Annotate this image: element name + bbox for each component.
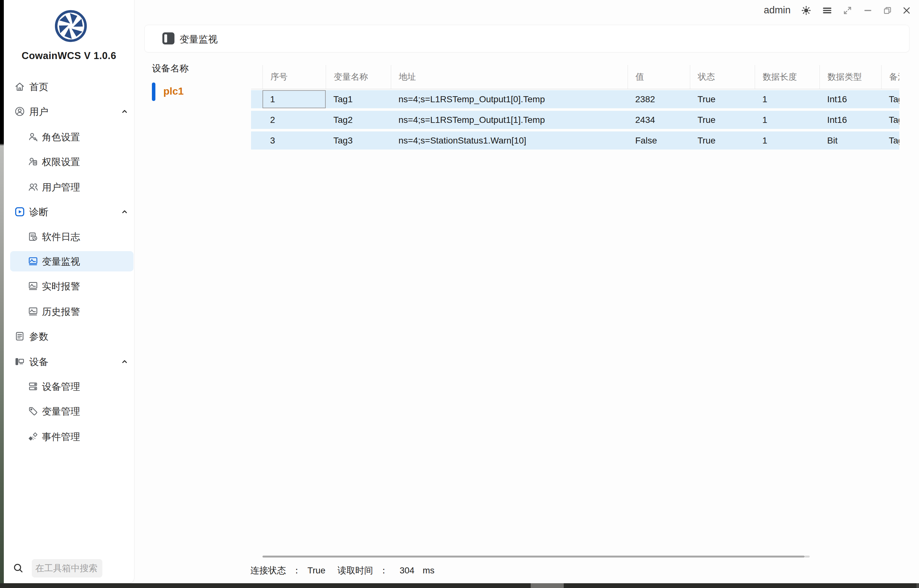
search-input[interactable]	[32, 559, 102, 578]
grid-body: 1 Tag1 ns=4;s=L1RSTemp_Output1[0].Temp 2…	[251, 90, 899, 150]
sidebar-item-device-management[interactable]: 设备管理	[10, 376, 133, 397]
sidebar-item-label: 实时报警	[42, 280, 80, 293]
sidebar-item-label: 变量管理	[42, 405, 80, 418]
grid-cell[interactable]: ns=4;s=L1RSTemp_Output1[0].Temp	[391, 90, 627, 108]
grid-header-address[interactable]: 地址	[391, 65, 627, 89]
close-icon[interactable]	[901, 5, 912, 16]
taskbar[interactable]	[0, 583, 919, 588]
row-header-strip[interactable]	[251, 111, 263, 129]
grid-cell[interactable]: 2382	[627, 90, 690, 108]
sidebar-item-label: 角色设置	[42, 131, 80, 144]
restore-window-icon[interactable]	[882, 5, 893, 16]
grid-cell[interactable]: True	[690, 111, 755, 129]
grid-header-remark[interactable]: 备注	[881, 65, 899, 89]
sidebar-item-permission-settings[interactable]: 权限设置	[10, 152, 133, 172]
params-doc-icon	[14, 331, 26, 342]
grid-cell[interactable]: True	[690, 90, 755, 108]
grid-cell[interactable]: Tag	[881, 111, 899, 129]
sidebar-item-label: 权限设置	[42, 155, 80, 169]
connection-status-value: True	[308, 565, 326, 576]
horizontal-scrollbar-thumb[interactable]	[263, 556, 805, 557]
grid-cell[interactable]: ns=4;s=L1RSTemp_Output1[1].Temp	[391, 111, 627, 129]
device-panel-title: 设备名称	[152, 62, 189, 75]
sidebar-item-software-log[interactable]: 软件日志	[10, 226, 133, 247]
chevron-up-icon[interactable]	[120, 207, 129, 216]
row-header-strip[interactable]	[251, 90, 263, 108]
tab-title[interactable]: 变量监视	[180, 33, 218, 46]
grid-cell-focused[interactable]: 1	[263, 90, 326, 108]
grid-cell[interactable]: Tag3	[326, 131, 391, 150]
sidebar-item-home[interactable]: 首页	[10, 76, 133, 97]
search-icon[interactable]	[12, 562, 24, 574]
grid-cell[interactable]: Int16	[820, 90, 881, 108]
sidebar-item-device[interactable]: 设备	[10, 352, 133, 372]
colon: ：	[379, 564, 388, 577]
sidebar-item-label: 首页	[29, 81, 48, 94]
chevron-up-icon[interactable]	[120, 107, 129, 116]
grid-header-row: 序号 变量名称 地址 值 状态 数据长度 数据类型 备注	[251, 65, 899, 89]
variable-data-grid: 序号 变量名称 地址 值 状态 数据长度 数据类型 备注 1 Tag1 ns=4…	[251, 65, 899, 152]
grid-cell[interactable]: 1	[755, 111, 820, 129]
selected-device-indicator	[152, 82, 156, 101]
table-row[interactable]: 3 Tag3 ns=4;s=StationStatus1.Warn[10] Fa…	[251, 131, 899, 150]
sidebar-item-diagnosis[interactable]: 诊断	[10, 202, 133, 222]
grid-cell[interactable]: Tag2	[326, 111, 391, 129]
grid-cell[interactable]: True	[690, 131, 755, 150]
sidebar-item-variable-monitor[interactable]: 变量监视	[10, 251, 133, 271]
table-row[interactable]: 2 Tag2 ns=4;s=L1RSTemp_Output1[1].Temp 2…	[251, 111, 899, 129]
grid-cell[interactable]: 3	[263, 131, 326, 150]
grid-header-var-name[interactable]: 变量名称	[326, 65, 391, 89]
sidebar-item-realtime-alarm[interactable]: 实时报警	[10, 276, 133, 296]
sidebar: CowainWCS V 1.0.6 首页 用户 角色设置	[4, 0, 135, 583]
hamburger-menu-icon[interactable]	[822, 5, 833, 16]
sidebar-item-role-settings[interactable]: 角色设置	[10, 127, 133, 147]
grid-cell[interactable]: ns=4;s=StationStatus1.Warn[10]	[391, 131, 627, 150]
grid-cell[interactable]: 2	[263, 111, 326, 129]
chevron-up-icon[interactable]	[120, 357, 129, 366]
row-header-strip[interactable]	[251, 131, 263, 150]
device-list-item-plc1[interactable]: plc1	[152, 82, 247, 102]
grid-corner-cell	[251, 65, 263, 89]
table-row[interactable]: 1 Tag1 ns=4;s=L1RSTemp_Output1[0].Temp 2…	[251, 90, 899, 108]
grid-cell[interactable]: 2434	[627, 111, 690, 129]
sidebar-item-event-management[interactable]: 事件管理	[10, 426, 133, 447]
minimize-icon[interactable]	[862, 5, 873, 16]
device-icon	[14, 356, 26, 367]
taskbar-item[interactable]	[531, 583, 564, 588]
app-title: CowainWCS V 1.0.6	[4, 50, 134, 61]
user-circle-icon	[14, 106, 26, 117]
horizontal-scrollbar-track[interactable]	[805, 556, 810, 557]
users-icon	[28, 181, 39, 193]
grid-cell[interactable]: Tag1	[326, 90, 391, 108]
grid-cell[interactable]: False	[627, 131, 690, 150]
sidebar-item-label: 历史报警	[42, 305, 80, 318]
sidebar-item-variable-management[interactable]: 变量管理	[10, 401, 133, 421]
diagnosis-play-icon	[14, 206, 26, 218]
sidebar-item-history-alarm[interactable]: 历史报警	[10, 301, 133, 321]
sidebar-item-parameters[interactable]: 参数	[10, 326, 133, 346]
grid-cell[interactable]: Int16	[820, 111, 881, 129]
grid-header-seq[interactable]: 序号	[263, 65, 326, 89]
sidebar-item-user-management[interactable]: 用户管理	[10, 177, 133, 197]
realtime-alarm-chart-icon	[28, 280, 39, 292]
read-time-label: 读取时间	[337, 564, 373, 577]
sidebar-item-user[interactable]: 用户	[10, 101, 133, 121]
grid-cell[interactable]: Tag	[881, 131, 899, 150]
grid-header-data-length[interactable]: 数据长度	[755, 65, 820, 89]
panel-layout-icon	[162, 32, 175, 44]
desktop-edge-strip	[0, 0, 4, 583]
sidebar-item-label: 事件管理	[42, 431, 80, 444]
grid-cell[interactable]: 1	[755, 90, 820, 108]
expand-fullscreen-icon[interactable]	[842, 5, 853, 16]
grid-cell[interactable]: 1	[755, 131, 820, 150]
sidebar-item-label: 设备管理	[42, 380, 80, 393]
grid-cell[interactable]: Tag	[881, 90, 899, 108]
current-user-label[interactable]: admin	[764, 5, 791, 16]
sun-icon[interactable]	[801, 5, 812, 16]
sidebar-item-label: 诊断	[29, 206, 48, 219]
grid-cell[interactable]: Bit	[820, 131, 881, 150]
grid-header-value[interactable]: 值	[627, 65, 690, 89]
role-key-icon	[28, 131, 39, 142]
grid-header-status[interactable]: 状态	[690, 65, 755, 89]
grid-header-data-type[interactable]: 数据类型	[820, 65, 881, 89]
